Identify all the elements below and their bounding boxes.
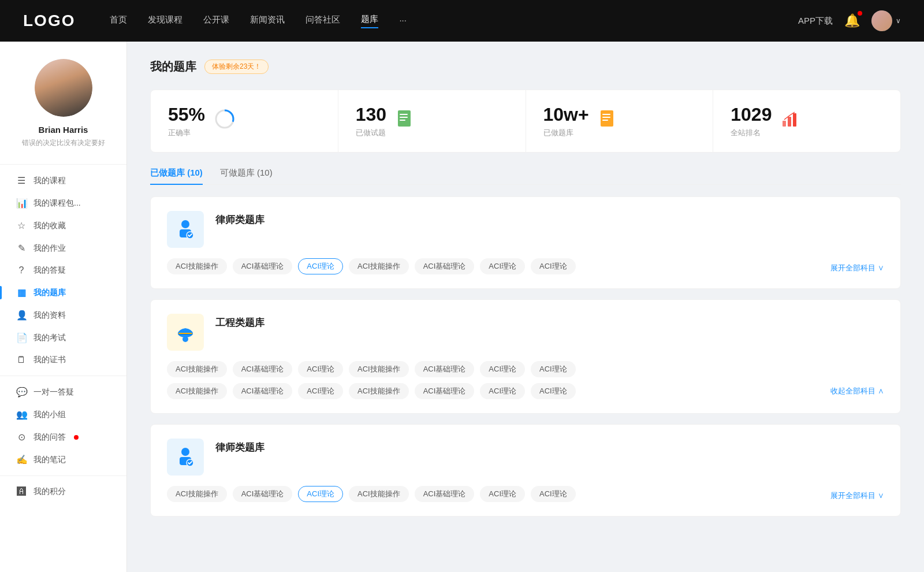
app-download-link[interactable]: APP下载 [798, 16, 833, 27]
sidebar-label-one-on-one: 一对一答疑 [33, 387, 74, 398]
main-content: 我的题库 体验剩余23天！ 55% 正确率 [127, 42, 924, 572]
bank-eng-tags-2: ACI技能操作 ACI基础理论 ACI理论 ACI技能操作 ACI基础理论 AC… [167, 383, 884, 399]
notification-bell[interactable]: 🔔 [844, 13, 860, 28]
bank-tag-selected[interactable]: ACI理论 [298, 486, 343, 502]
pie-chart-icon [214, 109, 235, 133]
nav-opencourse[interactable]: 公开课 [203, 14, 229, 28]
answers-dot-badge [74, 435, 79, 440]
nav-discover[interactable]: 发现课程 [148, 14, 182, 28]
page-title: 我的题库 [150, 59, 196, 75]
svg-rect-3 [400, 114, 408, 115]
sidebar-item-my-notes[interactable]: ✍ 我的笔记 [0, 448, 126, 471]
bank-lawyer2-tags: ACI技能操作 ACI基础理论 ACI理论 ACI技能操作 ACI基础理论 AC… [167, 486, 884, 502]
svg-point-19 [182, 336, 188, 342]
expand-lawyer-link[interactable]: 展开全部科目 ∨ [830, 259, 884, 273]
user-avatar-nav[interactable]: ∨ [871, 10, 901, 31]
tabs-row: 已做题库 (10) 可做题库 (10) [150, 168, 901, 185]
nav-news[interactable]: 新闻资讯 [250, 14, 285, 28]
stat-accuracy-value: 55% [168, 104, 205, 125]
bank-tag[interactable]: ACI理论 [298, 383, 343, 399]
sidebar-item-my-packages[interactable]: 📊 我的课程包... [0, 192, 126, 214]
bank-tag[interactable]: ACI基础理论 [233, 258, 293, 274]
bank-tag[interactable]: ACI基础理论 [415, 258, 475, 274]
sidebar-label-my-bank: 我的题库 [33, 288, 66, 298]
stat-accuracy-label: 正确率 [168, 128, 205, 138]
bank-tag[interactable]: ACI理论 [531, 258, 576, 274]
bank-tag[interactable]: ACI理论 [531, 383, 576, 399]
points-icon: 🅰 [16, 486, 27, 497]
stat-rank-value: 1029 [731, 104, 772, 125]
sheet-green-icon [396, 109, 415, 133]
bank-tag[interactable]: ACI理论 [531, 361, 576, 377]
bank-tag[interactable]: ACI基础理论 [415, 361, 475, 377]
bank-tag[interactable]: ACI技能操作 [349, 361, 409, 377]
svg-point-20 [181, 448, 189, 456]
sidebar-user-name: Brian Harris [39, 125, 88, 135]
bell-icon: 🔔 [844, 13, 860, 28]
sidebar-label-my-certs: 我的证书 [33, 355, 66, 365]
sidebar-item-one-on-one[interactable]: 💬 一对一答疑 [0, 381, 126, 403]
nav-home[interactable]: 首页 [110, 14, 127, 28]
sidebar-item-my-points[interactable]: 🅰 我的积分 [0, 481, 126, 503]
bank-tag[interactable]: ACI技能操作 [167, 383, 227, 399]
bank-tag[interactable]: ACI基础理论 [415, 383, 475, 399]
sidebar-item-my-courses[interactable]: ☰ 我的课程 [0, 169, 126, 192]
bank-tag[interactable]: ACI技能操作 [167, 486, 227, 502]
stat-done-q-text: 130 已做试题 [356, 104, 386, 138]
collapse-eng-link[interactable]: 收起全部科目 ∧ [830, 386, 884, 396]
bank-tag[interactable]: ACI技能操作 [349, 258, 409, 274]
sidebar-item-my-questions[interactable]: ? 我的答疑 [0, 259, 126, 281]
sidebar-label-my-favorites: 我的收藏 [33, 221, 66, 231]
bank-lawyer2-info: 律师类题库 [215, 439, 884, 454]
svg-rect-9 [602, 120, 608, 121]
bank-tag[interactable]: ACI基础理论 [233, 361, 293, 377]
bank-lawyer-tags: ACI技能操作 ACI基础理论 ACI理论 ACI技能操作 ACI基础理论 AC… [167, 258, 884, 274]
sidebar-item-my-answers[interactable]: ⊙ 我的问答 [0, 426, 126, 448]
sidebar-menu: ☰ 我的课程 📊 我的课程包... ☆ 我的收藏 ✎ 我的作业 ? 我的答疑 ▦ [0, 169, 126, 503]
bank-tag[interactable]: ACI技能操作 [349, 486, 409, 502]
nav-qa[interactable]: 问答社区 [305, 14, 340, 28]
bank-tag[interactable]: ACI基础理论 [233, 486, 293, 502]
bank-tag[interactable]: ACI理论 [298, 361, 343, 377]
bank-tag[interactable]: ACI理论 [531, 486, 576, 502]
sidebar-label-my-answers: 我的问答 [33, 432, 66, 443]
expand-lawyer2-link[interactable]: 展开全部科目 ∨ [830, 487, 884, 501]
bank-tag[interactable]: ACI理论 [480, 258, 525, 274]
sidebar-item-my-profile[interactable]: 👤 我的资料 [0, 304, 126, 326]
svg-rect-12 [793, 113, 796, 127]
groups-icon: 👥 [16, 409, 27, 420]
sheet-orange-icon [598, 109, 618, 133]
svg-rect-10 [783, 121, 786, 127]
favorites-icon: ☆ [16, 220, 27, 231]
sidebar-item-my-favorites[interactable]: ☆ 我的收藏 [0, 214, 126, 237]
sidebar-label-my-profile: 我的资料 [33, 310, 66, 321]
nav-bank[interactable]: 题库 [361, 14, 378, 28]
sidebar-item-my-groups[interactable]: 👥 我的小组 [0, 403, 126, 426]
accuracy-pie-svg [214, 109, 235, 129]
nav-more[interactable]: ··· [399, 15, 407, 27]
bank-tag[interactable]: ACI技能操作 [167, 361, 227, 377]
tab-available-banks[interactable]: 可做题库 (10) [220, 168, 273, 184]
bank-tag[interactable]: ACI基础理论 [415, 486, 475, 502]
stat-accuracy: 55% 正确率 [151, 90, 338, 152]
sheet-orange-svg [598, 109, 618, 129]
sidebar-label-my-courses: 我的课程 [33, 176, 66, 186]
sidebar-avatar [35, 59, 92, 117]
bank-card-engineering: 工程类题库 ACI技能操作 ACI基础理论 ACI理论 ACI技能操作 ACI基… [150, 299, 901, 414]
stat-rank-label: 全站排名 [731, 128, 772, 138]
bank-eng-tags-1: ACI技能操作 ACI基础理论 ACI理论 ACI技能操作 ACI基础理论 AC… [167, 361, 884, 377]
bank-tag[interactable]: ACI理论 [480, 383, 525, 399]
bank-tag[interactable]: ACI技能操作 [349, 383, 409, 399]
sidebar-item-my-certs[interactable]: 🗒 我的证书 [0, 349, 126, 371]
sidebar-item-my-exams[interactable]: 📄 我的考试 [0, 326, 126, 349]
bank-tag[interactable]: ACI理论 [480, 486, 525, 502]
tab-done-banks[interactable]: 已做题库 (10) [150, 168, 203, 184]
bank-tag-selected[interactable]: ACI理论 [298, 258, 343, 274]
page-body: Brian Harris 错误的决定比没有决定要好 ☰ 我的课程 📊 我的课程包… [0, 0, 924, 572]
sidebar-label-my-notes: 我的笔记 [33, 455, 66, 465]
bank-tag[interactable]: ACI理论 [480, 361, 525, 377]
bank-tag[interactable]: ACI基础理论 [233, 383, 293, 399]
sidebar-item-my-bank[interactable]: ▦ 我的题库 [0, 281, 126, 304]
bank-tag[interactable]: ACI技能操作 [167, 258, 227, 274]
sidebar-item-my-homework[interactable]: ✎ 我的作业 [0, 237, 126, 259]
